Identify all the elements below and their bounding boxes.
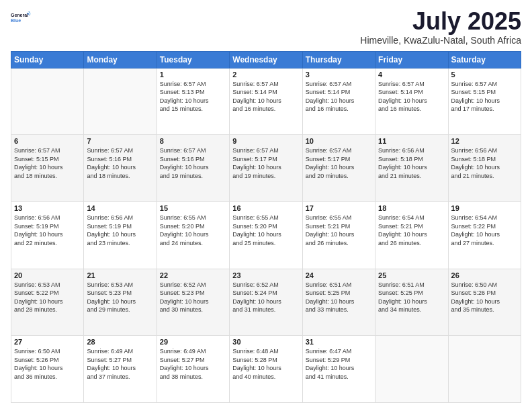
day-number: 23 xyxy=(232,271,299,279)
day-number: 26 xyxy=(451,271,518,279)
day-info: Sunrise: 6:57 AM Sunset: 5:13 PM Dayligh… xyxy=(160,80,226,113)
logo-icon: GeneralBlue xyxy=(11,8,31,28)
day-number: 15 xyxy=(160,204,226,212)
day-info: Sunrise: 6:47 AM Sunset: 5:29 PM Dayligh… xyxy=(306,347,372,381)
day-number: 29 xyxy=(160,338,226,346)
table-row: 1Sunrise: 6:57 AM Sunset: 5:13 PM Daylig… xyxy=(157,68,229,135)
table-row: 19Sunrise: 6:54 AM Sunset: 5:22 PM Dayli… xyxy=(448,201,521,269)
table-row: 18Sunrise: 6:54 AM Sunset: 5:21 PM Dayli… xyxy=(375,201,448,269)
day-info: Sunrise: 6:49 AM Sunset: 5:27 PM Dayligh… xyxy=(160,347,226,381)
day-number: 21 xyxy=(87,271,153,279)
day-number: 28 xyxy=(87,338,153,346)
table-row xyxy=(11,68,84,135)
table-row: 7Sunrise: 6:57 AM Sunset: 5:16 PM Daylig… xyxy=(84,135,157,202)
day-info: Sunrise: 6:48 AM Sunset: 5:28 PM Dayligh… xyxy=(232,347,299,381)
day-info: Sunrise: 6:57 AM Sunset: 5:14 PM Dayligh… xyxy=(232,80,299,113)
day-number: 9 xyxy=(232,137,299,145)
day-info: Sunrise: 6:52 AM Sunset: 5:23 PM Dayligh… xyxy=(160,281,226,314)
day-number: 5 xyxy=(451,71,518,79)
table-row: 25Sunrise: 6:51 AM Sunset: 5:25 PM Dayli… xyxy=(375,269,448,336)
day-info: Sunrise: 6:55 AM Sunset: 5:21 PM Dayligh… xyxy=(306,214,372,247)
day-number: 22 xyxy=(160,271,226,279)
day-info: Sunrise: 6:55 AM Sunset: 5:20 PM Dayligh… xyxy=(232,214,299,247)
table-row: 12Sunrise: 6:56 AM Sunset: 5:18 PM Dayli… xyxy=(448,135,521,202)
day-info: Sunrise: 6:57 AM Sunset: 5:14 PM Dayligh… xyxy=(306,80,372,113)
day-number: 25 xyxy=(378,271,445,279)
table-row: 28Sunrise: 6:49 AM Sunset: 5:27 PM Dayli… xyxy=(84,336,157,403)
table-row xyxy=(375,336,448,403)
table-row: 3Sunrise: 6:57 AM Sunset: 5:14 PM Daylig… xyxy=(302,68,375,135)
calendar-week-row: 13Sunrise: 6:56 AM Sunset: 5:19 PM Dayli… xyxy=(11,201,521,269)
table-row: 20Sunrise: 6:53 AM Sunset: 5:22 PM Dayli… xyxy=(11,269,84,336)
col-wednesday: Wednesday xyxy=(230,51,302,68)
day-info: Sunrise: 6:57 AM Sunset: 5:15 PM Dayligh… xyxy=(451,80,518,113)
svg-text:Blue: Blue xyxy=(11,18,21,23)
day-info: Sunrise: 6:50 AM Sunset: 5:26 PM Dayligh… xyxy=(451,281,518,314)
day-number: 13 xyxy=(14,204,81,212)
table-row: 31Sunrise: 6:47 AM Sunset: 5:29 PM Dayli… xyxy=(302,336,375,403)
col-saturday: Saturday xyxy=(448,51,521,68)
day-number: 12 xyxy=(451,137,518,145)
day-number: 17 xyxy=(306,204,372,212)
day-number: 31 xyxy=(306,338,372,346)
calendar-week-row: 27Sunrise: 6:50 AM Sunset: 5:26 PM Dayli… xyxy=(11,336,521,403)
day-info: Sunrise: 6:51 AM Sunset: 5:25 PM Dayligh… xyxy=(306,281,372,314)
table-row: 5Sunrise: 6:57 AM Sunset: 5:15 PM Daylig… xyxy=(448,68,521,135)
day-number: 3 xyxy=(306,71,372,79)
day-number: 19 xyxy=(451,204,518,212)
day-info: Sunrise: 6:56 AM Sunset: 5:18 PM Dayligh… xyxy=(451,146,518,180)
col-thursday: Thursday xyxy=(302,51,375,68)
day-info: Sunrise: 6:54 AM Sunset: 5:22 PM Dayligh… xyxy=(451,214,518,247)
day-number: 20 xyxy=(14,271,81,279)
day-number: 10 xyxy=(306,137,372,145)
table-row xyxy=(84,68,157,135)
day-info: Sunrise: 6:57 AM Sunset: 5:15 PM Dayligh… xyxy=(14,146,81,180)
day-info: Sunrise: 6:57 AM Sunset: 5:16 PM Dayligh… xyxy=(160,146,226,180)
day-number: 27 xyxy=(14,338,81,346)
table-row: 22Sunrise: 6:52 AM Sunset: 5:23 PM Dayli… xyxy=(157,269,229,336)
table-row: 17Sunrise: 6:55 AM Sunset: 5:21 PM Dayli… xyxy=(302,201,375,269)
day-number: 6 xyxy=(14,137,81,145)
day-number: 8 xyxy=(160,137,226,145)
main-title: July 2025 xyxy=(360,8,521,35)
table-row: 8Sunrise: 6:57 AM Sunset: 5:16 PM Daylig… xyxy=(157,135,229,202)
col-sunday: Sunday xyxy=(11,51,84,68)
page: GeneralBlue July 2025 Himeville, KwaZulu… xyxy=(0,0,532,411)
table-row: 9Sunrise: 6:57 AM Sunset: 5:17 PM Daylig… xyxy=(230,135,302,202)
day-number: 7 xyxy=(87,137,153,145)
calendar-week-row: 20Sunrise: 6:53 AM Sunset: 5:22 PM Dayli… xyxy=(11,269,521,336)
day-number: 16 xyxy=(232,204,299,212)
table-row: 2Sunrise: 6:57 AM Sunset: 5:14 PM Daylig… xyxy=(230,68,302,135)
table-row: 23Sunrise: 6:52 AM Sunset: 5:24 PM Dayli… xyxy=(230,269,302,336)
table-row: 24Sunrise: 6:51 AM Sunset: 5:25 PM Dayli… xyxy=(302,269,375,336)
day-info: Sunrise: 6:49 AM Sunset: 5:27 PM Dayligh… xyxy=(87,347,153,381)
day-number: 14 xyxy=(87,204,153,212)
day-info: Sunrise: 6:51 AM Sunset: 5:25 PM Dayligh… xyxy=(378,281,445,314)
day-info: Sunrise: 6:56 AM Sunset: 5:18 PM Dayligh… xyxy=(378,146,445,180)
subtitle: Himeville, KwaZulu-Natal, South Africa xyxy=(360,35,521,46)
day-number: 1 xyxy=(160,71,226,79)
day-info: Sunrise: 6:50 AM Sunset: 5:26 PM Dayligh… xyxy=(14,347,81,381)
day-number: 4 xyxy=(378,71,445,79)
day-number: 30 xyxy=(232,338,299,346)
day-number: 11 xyxy=(378,137,445,145)
logo: GeneralBlue xyxy=(11,8,31,28)
table-row: 6Sunrise: 6:57 AM Sunset: 5:15 PM Daylig… xyxy=(11,135,84,202)
day-info: Sunrise: 6:57 AM Sunset: 5:14 PM Dayligh… xyxy=(378,80,445,113)
day-info: Sunrise: 6:53 AM Sunset: 5:23 PM Dayligh… xyxy=(87,281,153,314)
table-row: 11Sunrise: 6:56 AM Sunset: 5:18 PM Dayli… xyxy=(375,135,448,202)
calendar-header-row: Sunday Monday Tuesday Wednesday Thursday… xyxy=(11,51,521,68)
day-info: Sunrise: 6:52 AM Sunset: 5:24 PM Dayligh… xyxy=(232,281,299,314)
table-row: 10Sunrise: 6:57 AM Sunset: 5:17 PM Dayli… xyxy=(302,135,375,202)
day-number: 2 xyxy=(232,71,299,79)
day-info: Sunrise: 6:55 AM Sunset: 5:20 PM Dayligh… xyxy=(160,214,226,247)
calendar-table: Sunday Monday Tuesday Wednesday Thursday… xyxy=(11,51,521,403)
day-info: Sunrise: 6:57 AM Sunset: 5:17 PM Dayligh… xyxy=(232,146,299,180)
day-number: 18 xyxy=(378,204,445,212)
col-tuesday: Tuesday xyxy=(157,51,229,68)
table-row: 13Sunrise: 6:56 AM Sunset: 5:19 PM Dayli… xyxy=(11,201,84,269)
table-row: 16Sunrise: 6:55 AM Sunset: 5:20 PM Dayli… xyxy=(230,201,302,269)
calendar-week-row: 6Sunrise: 6:57 AM Sunset: 5:15 PM Daylig… xyxy=(11,135,521,202)
calendar-week-row: 1Sunrise: 6:57 AM Sunset: 5:13 PM Daylig… xyxy=(11,68,521,135)
table-row: 26Sunrise: 6:50 AM Sunset: 5:26 PM Dayli… xyxy=(448,269,521,336)
